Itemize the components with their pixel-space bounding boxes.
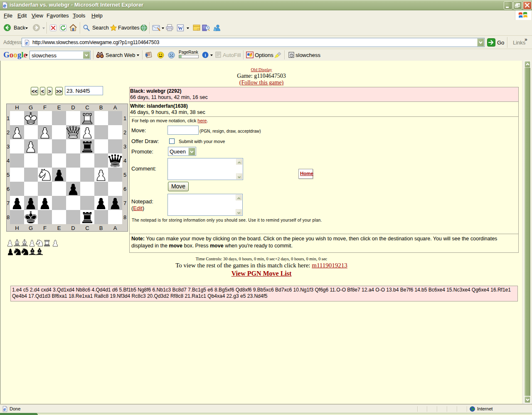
svg-text:e: e bbox=[3, 407, 6, 412]
svg-text:W: W bbox=[178, 25, 183, 31]
svg-text:e: e bbox=[3, 2, 6, 9]
svg-text:i: i bbox=[204, 52, 206, 57]
svg-text:e: e bbox=[25, 40, 28, 45]
